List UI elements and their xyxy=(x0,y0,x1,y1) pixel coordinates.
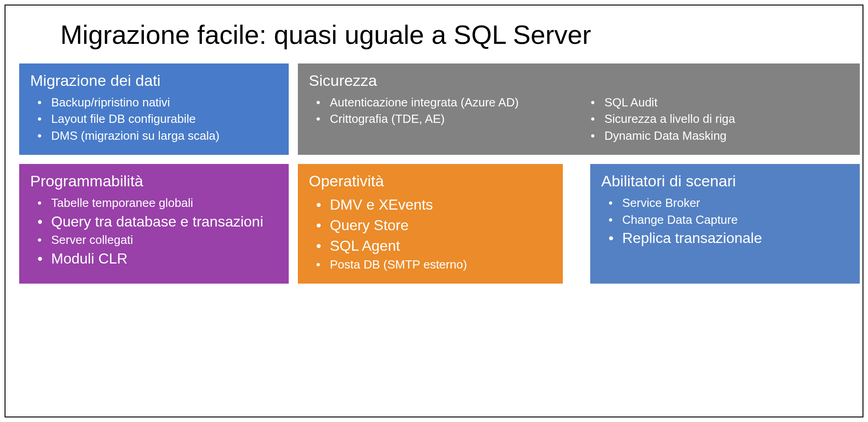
list-item: DMS (migrazioni su larga scala) xyxy=(35,127,278,144)
list-item: Server collegati xyxy=(35,232,278,248)
panel-list: DMV e XEvents Query Store SQL Agent Post… xyxy=(309,195,552,273)
panel-heading: Operatività xyxy=(309,172,552,190)
list-item: Replica transazionale xyxy=(606,228,849,248)
list-item: SQL Agent xyxy=(313,236,552,256)
panel-list: Autenticazione integrata (Azure AD) Crit… xyxy=(309,94,574,144)
panel-heading: Abilitatori di scenari xyxy=(601,172,849,190)
panel-heading: Migrazione dei dati xyxy=(30,72,278,90)
list-item: Tabelle temporanee globali xyxy=(35,195,278,211)
panel-list: Backup/ripristino nativi Layout file DB … xyxy=(30,94,278,144)
list-item: Service Broker xyxy=(606,195,849,211)
panel-security: Sicurezza Autenticazione integrata (Azur… xyxy=(298,63,860,155)
list-item: Moduli CLR xyxy=(35,248,278,269)
panel-operational: Operatività DMV e XEvents Query Store SQ… xyxy=(298,164,563,284)
panel-heading: Sicurezza xyxy=(309,72,849,90)
panel-heading: Programmabilità xyxy=(30,172,278,190)
list-item: Query tra database e transazioni xyxy=(35,211,278,232)
list-item: Change Data Capture xyxy=(606,211,849,228)
panel-grid: Migrazione dei dati Backup/ripristino na… xyxy=(5,63,863,284)
list-item: Query Store xyxy=(313,215,552,236)
slide-frame: Migrazione facile: quasi uguale a SQL Se… xyxy=(5,5,863,417)
list-item: Dynamic Data Masking xyxy=(588,127,849,144)
list-item: Layout file DB configurabile xyxy=(35,111,278,127)
list-item: Posta DB (SMTP esterno) xyxy=(313,256,552,273)
panel-list: Tabelle temporanee globali Query tra dat… xyxy=(30,195,278,269)
list-item: SQL Audit xyxy=(588,94,849,111)
list-item: Backup/ripristino nativi xyxy=(35,94,278,111)
panel-list: Service Broker Change Data Capture Repli… xyxy=(601,195,849,248)
panel-programmability: Programmabilità Tabelle temporanee globa… xyxy=(19,164,289,284)
list-item: Sicurezza a livello di riga xyxy=(588,111,849,127)
panel-data-migration: Migrazione dei dati Backup/ripristino na… xyxy=(19,63,289,155)
list-item: DMV e XEvents xyxy=(313,195,552,215)
slide-title: Migrazione facile: quasi uguale a SQL Se… xyxy=(5,5,863,63)
security-columns: Autenticazione integrata (Azure AD) Crit… xyxy=(309,94,849,144)
list-item: Autenticazione integrata (Azure AD) xyxy=(313,94,574,111)
panel-scenario-enablers: Abilitatori di scenari Service Broker Ch… xyxy=(590,164,860,284)
panel-list: SQL Audit Sicurezza a livello di riga Dy… xyxy=(583,94,849,144)
list-item: Crittografia (TDE, AE) xyxy=(313,111,574,127)
